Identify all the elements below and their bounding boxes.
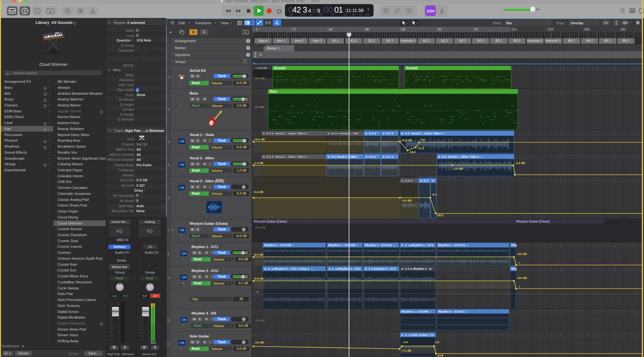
svg-text:S: S [408, 9, 410, 13]
svg-text:1234: 1234 [427, 9, 435, 13]
svg-text:v: v [417, 22, 418, 25]
svg-text:v: v [406, 22, 407, 25]
svg-text:?: ? [36, 9, 39, 13]
